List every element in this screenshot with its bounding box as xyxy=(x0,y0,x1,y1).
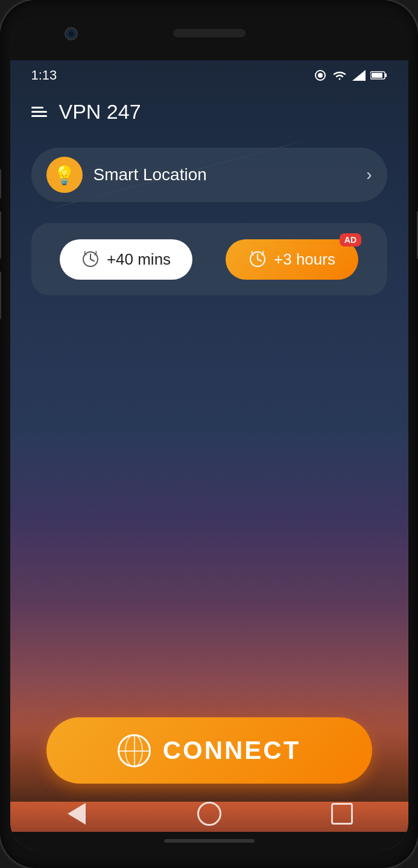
bottom-indicator-bar xyxy=(164,839,255,843)
time-boost-card: +40 mins AD +3 hours xyxy=(31,223,387,295)
recent-square-icon xyxy=(331,803,353,825)
signal-icon xyxy=(352,70,366,81)
wifi-icon xyxy=(332,69,347,81)
bottom-navigation xyxy=(10,790,408,838)
status-time: 1:13 xyxy=(31,68,57,83)
forty-mins-label: +40 mins xyxy=(107,250,171,269)
hamburger-line-2 xyxy=(31,111,47,113)
back-triangle-icon xyxy=(68,803,86,825)
app-header: VPN 247 xyxy=(10,90,408,133)
svg-marker-2 xyxy=(352,70,366,81)
chevron-right-icon: › xyxy=(366,165,372,184)
svg-line-8 xyxy=(90,259,94,261)
top-bezel xyxy=(10,18,408,60)
location-label: Smart Location xyxy=(93,165,367,184)
hamburger-line-1 xyxy=(31,107,43,108)
nav-back-button[interactable] xyxy=(59,796,95,832)
svg-rect-5 xyxy=(372,73,382,78)
phone-screen: 1:13 xyxy=(10,18,408,850)
clock-icon-orange xyxy=(249,250,267,268)
nav-home-button[interactable] xyxy=(191,796,227,832)
location-icon: 💡 xyxy=(46,157,83,193)
status-bar: 1:13 xyxy=(10,60,408,90)
location-selector[interactable]: 💡 Smart Location › xyxy=(31,148,387,202)
forty-mins-button[interactable]: +40 mins xyxy=(60,239,192,280)
nav-recent-button[interactable] xyxy=(324,796,360,832)
connect-button[interactable]: CONNECT xyxy=(46,717,372,784)
globe-oval xyxy=(125,734,143,767)
globe-icon xyxy=(118,734,151,767)
battery-icon xyxy=(370,71,387,80)
clock-icon-white xyxy=(81,250,100,268)
hamburger-line-3 xyxy=(31,115,47,117)
svg-line-11 xyxy=(258,259,261,261)
record-icon xyxy=(314,69,327,82)
home-circle-icon xyxy=(197,802,221,826)
svg-point-1 xyxy=(318,73,323,78)
phone-device: 1:13 xyxy=(0,0,418,868)
volume-up-button[interactable] xyxy=(0,169,1,199)
speaker-grille xyxy=(173,29,245,37)
menu-button[interactable] xyxy=(31,107,47,117)
status-icons xyxy=(314,69,387,82)
silent-button[interactable] xyxy=(0,271,1,319)
app-title: VPN 247 xyxy=(59,100,141,124)
three-hours-button[interactable]: AD +3 hours xyxy=(226,239,358,280)
three-hours-label: +3 hours xyxy=(274,250,335,269)
front-camera-icon xyxy=(65,27,78,40)
lightning-icon: 💡 xyxy=(53,165,75,186)
volume-down-button[interactable] xyxy=(0,211,1,259)
ad-badge: AD xyxy=(340,233,361,247)
svg-rect-4 xyxy=(385,74,387,77)
connect-label: CONNECT xyxy=(163,736,301,765)
